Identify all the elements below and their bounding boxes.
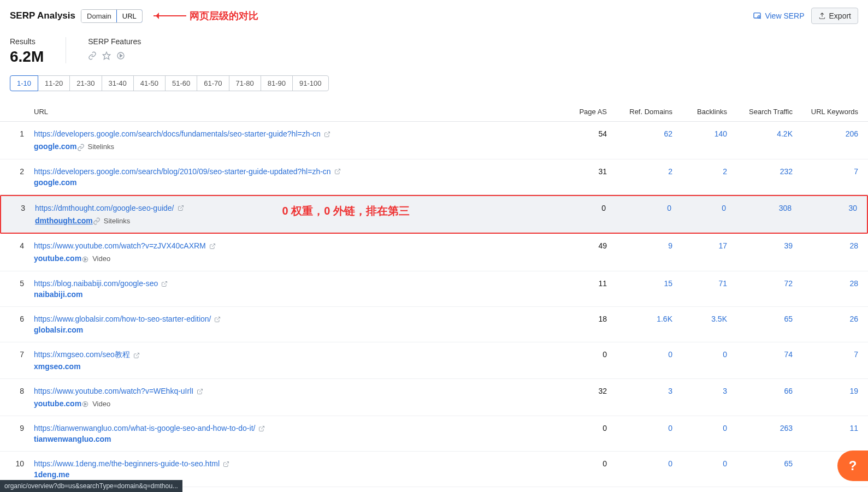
external-icon: [209, 242, 216, 250]
row-index: 5: [10, 279, 26, 288]
export-button[interactable]: Export: [811, 8, 858, 24]
ref-domains-value[interactable]: 3: [607, 387, 672, 395]
external-icon: [161, 280, 168, 287]
range-tab-1-10[interactable]: 1-10: [10, 75, 38, 91]
link-icon: [88, 50, 97, 60]
col-ref-domains[interactable]: Ref. Domains: [607, 108, 672, 116]
url-keywords-value[interactable]: 206: [793, 129, 858, 138]
annotation-row: 0 权重，0 外链，排在第三: [282, 204, 410, 218]
external-icon: [223, 460, 229, 467]
backlinks-value[interactable]: 0: [672, 424, 727, 432]
page-as-value: 0: [551, 204, 606, 212]
range-tab-31-40[interactable]: 31-40: [102, 75, 134, 91]
video-icon: [81, 254, 89, 263]
svg-marker-8: [85, 403, 87, 406]
search-traffic-value[interactable]: 308: [726, 204, 792, 212]
result-url[interactable]: https://blog.naibabiji.com/google-seo: [34, 279, 168, 288]
result-url[interactable]: https://dmthought.com/google-seo-guide/: [35, 204, 184, 212]
url-keywords-value[interactable]: 26: [793, 315, 858, 323]
search-traffic-value[interactable]: 65: [727, 459, 793, 468]
result-domain[interactable]: xmgseo.com: [34, 362, 81, 371]
backlinks-value[interactable]: 17: [672, 241, 727, 250]
ref-domains-value[interactable]: 0: [606, 204, 671, 212]
toggle-domain[interactable]: Domain: [81, 10, 117, 22]
range-tab-61-70[interactable]: 61-70: [197, 75, 229, 91]
status-bar: organic/overview?db=us&searchType=domain…: [0, 480, 182, 492]
result-domain[interactable]: youtube.com: [34, 254, 81, 263]
range-tab-21-30[interactable]: 21-30: [69, 75, 102, 91]
search-traffic-value[interactable]: 66: [727, 387, 793, 395]
result-url[interactable]: https://tianwenwangluo.com/what-is-googl…: [34, 424, 265, 432]
range-tab-91-100[interactable]: 91-100: [292, 75, 328, 91]
result-url[interactable]: https://xmgseo.com/seo教程: [34, 350, 140, 360]
result-domain[interactable]: google.com: [34, 178, 77, 187]
table-row: 3https://dmthought.com/google-seo-guide/…: [0, 195, 868, 234]
url-keywords-value[interactable]: 28: [793, 241, 858, 250]
search-traffic-value[interactable]: 65: [727, 315, 793, 323]
backlinks-value[interactable]: 140: [672, 129, 727, 138]
url-keywords-value[interactable]: 28: [793, 279, 858, 288]
ref-domains-value[interactable]: 9: [607, 241, 672, 250]
url-keywords-value[interactable]: 7: [793, 167, 858, 176]
result-domain[interactable]: 1deng.me: [34, 470, 69, 479]
result-domain[interactable]: naibabiji.com: [34, 290, 82, 299]
col-backlinks[interactable]: Backlinks: [672, 108, 727, 116]
result-domain[interactable]: tianwenwangluo.com: [34, 435, 111, 443]
search-traffic-value[interactable]: 232: [727, 167, 793, 176]
url-keywords-value[interactable]: 11: [793, 424, 858, 432]
divider: [66, 37, 66, 63]
ref-domains-value[interactable]: 15: [607, 279, 672, 288]
col-url[interactable]: URL: [26, 108, 552, 116]
url-keywords-value[interactable]: 7: [793, 350, 858, 359]
result-domain[interactable]: globalsir.com: [34, 325, 83, 334]
col-page-as[interactable]: Page AS: [552, 108, 607, 116]
result-url[interactable]: https://www.1deng.me/the-beginners-guide…: [34, 459, 229, 468]
serp-features-label: SERP Features: [88, 37, 141, 46]
ref-domains-value[interactable]: 2: [607, 167, 672, 176]
backlinks-value[interactable]: 0: [672, 350, 727, 359]
search-traffic-value[interactable]: 74: [727, 350, 793, 359]
svg-marker-6: [85, 258, 87, 260]
search-traffic-value[interactable]: 39: [727, 241, 793, 250]
col-search-traffic[interactable]: Search Traffic: [727, 108, 793, 116]
ref-domains-value[interactable]: 0: [607, 459, 672, 468]
url-keywords-value[interactable]: 19: [793, 387, 858, 395]
result-domain[interactable]: dmthought.com: [35, 216, 93, 225]
backlinks-value[interactable]: 3: [672, 387, 727, 395]
serp-icon: [753, 11, 761, 20]
ref-domains-value[interactable]: 0: [607, 424, 672, 432]
backlinks-value[interactable]: 2: [672, 167, 727, 176]
backlinks-value[interactable]: 3.5K: [672, 315, 727, 323]
backlinks-value[interactable]: 0: [672, 459, 727, 468]
ref-domains-value[interactable]: 62: [607, 129, 672, 138]
result-url[interactable]: https://www.youtube.com/watch?v=zJVX40cA…: [34, 241, 216, 250]
ref-domains-value[interactable]: 0: [607, 350, 672, 359]
range-tab-71-80[interactable]: 71-80: [229, 75, 261, 91]
table-row: 6https://www.globalsir.com/how-to-seo-st…: [0, 307, 868, 342]
backlinks-value[interactable]: 0: [671, 204, 726, 212]
result-domain[interactable]: youtube.com: [34, 399, 81, 408]
search-traffic-value[interactable]: 72: [727, 279, 793, 288]
page-as-value: 49: [552, 241, 607, 250]
result-url[interactable]: https://developers.google.com/search/blo…: [34, 167, 341, 176]
table-row: 9https://tianwenwangluo.com/what-is-goog…: [0, 416, 868, 452]
col-url-keywords[interactable]: URL Keywords: [793, 108, 858, 116]
url-keywords-value[interactable]: 30: [792, 204, 857, 212]
result-url[interactable]: https://developers.google.com/search/doc…: [34, 129, 330, 138]
range-tab-81-90[interactable]: 81-90: [261, 75, 293, 91]
result-url[interactable]: https://www.youtube.com/watch?v=WEhkq-uI…: [34, 387, 203, 395]
range-tab-41-50[interactable]: 41-50: [133, 75, 166, 91]
page-as-value: 11: [552, 279, 607, 288]
feature-label: Video: [92, 400, 110, 408]
result-url[interactable]: https://www.globalsir.com/how-to-seo-sta…: [34, 315, 221, 323]
range-tab-11-20[interactable]: 11-20: [38, 75, 70, 91]
range-tab-51-60[interactable]: 51-60: [165, 75, 197, 91]
help-button[interactable]: ?: [837, 450, 868, 481]
view-serp-link[interactable]: View SERP: [753, 11, 804, 20]
backlinks-value[interactable]: 71: [672, 279, 727, 288]
toggle-url[interactable]: URL: [116, 9, 143, 23]
search-traffic-value[interactable]: 4.2K: [727, 129, 793, 138]
ref-domains-value[interactable]: 1.6K: [607, 315, 672, 323]
search-traffic-value[interactable]: 263: [727, 424, 793, 432]
result-domain[interactable]: google.com: [34, 142, 77, 151]
